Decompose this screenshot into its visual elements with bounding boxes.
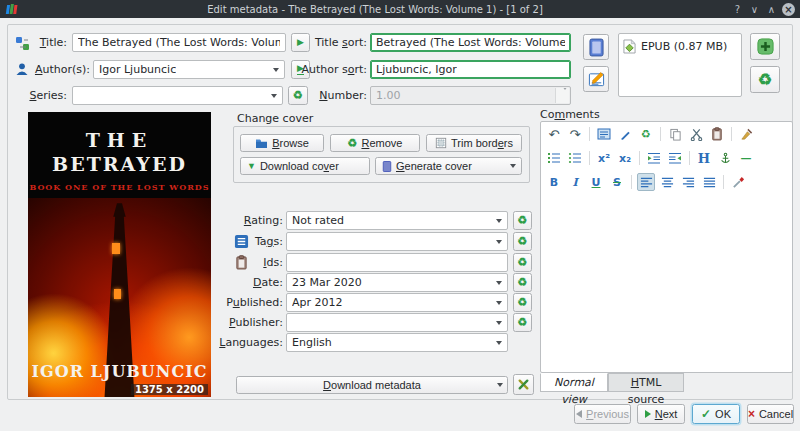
remove-format-button[interactable]: ♻ bbox=[750, 66, 780, 93]
unshade-button[interactable]: ∧ bbox=[765, 4, 778, 15]
comments-toolbar-row2: x² x₂ H — bbox=[545, 149, 755, 167]
browse-label: Browse bbox=[272, 137, 309, 149]
browse-cover-button[interactable]: Browse bbox=[240, 134, 324, 152]
underline-icon[interactable]: U bbox=[587, 173, 605, 191]
strikethrough-icon[interactable]: S bbox=[608, 173, 626, 191]
clean-broom-icon[interactable] bbox=[737, 125, 755, 143]
undo-icon[interactable]: ↶ bbox=[545, 125, 563, 143]
tab-html-source[interactable]: HTML source bbox=[608, 373, 684, 392]
clear-tags-button[interactable]: ♻ bbox=[513, 232, 532, 251]
x-icon: × bbox=[748, 407, 755, 421]
published-combo[interactable]: Apr 2012 bbox=[286, 293, 508, 312]
date-value: 23 Mar 2020 bbox=[292, 274, 362, 291]
subscript-icon[interactable]: x₂ bbox=[616, 149, 634, 167]
next-button[interactable]: Next bbox=[637, 404, 685, 424]
rating-value: Not rated bbox=[292, 212, 344, 229]
ordered-list-icon[interactable] bbox=[545, 149, 563, 167]
rating-combo[interactable]: Not rated bbox=[286, 211, 508, 230]
clear-series-button[interactable]: ♻ bbox=[288, 86, 308, 105]
configure-metadata-download-button[interactable] bbox=[513, 374, 534, 395]
redo-icon[interactable]: ↷ bbox=[566, 125, 584, 143]
insert-separator-icon[interactable]: — bbox=[737, 149, 755, 167]
cover-author: IGOR LJUBUNCIC bbox=[28, 362, 211, 381]
series-number-spinbox[interactable]: 1.00 bbox=[370, 86, 571, 105]
clear-rating-button[interactable]: ♻ bbox=[513, 211, 532, 230]
publisher-combo[interactable] bbox=[286, 313, 508, 332]
previous-button[interactable]: Previous bbox=[574, 404, 631, 424]
heading-icon[interactable]: H bbox=[695, 149, 713, 167]
title-input[interactable]: The Betrayed (The Lost Words: Volume 1) bbox=[72, 33, 286, 52]
spin-down-icon[interactable] bbox=[562, 88, 568, 103]
dropdown-arrow-icon bbox=[271, 94, 277, 98]
text-color-brush-icon[interactable] bbox=[729, 173, 747, 191]
date-label: Date: bbox=[180, 273, 283, 292]
align-right-icon[interactable] bbox=[679, 173, 697, 191]
author-sort-input[interactable]: Ljubuncic, Igor bbox=[370, 60, 571, 79]
clear-published-button[interactable]: ♻ bbox=[513, 293, 532, 312]
toolbar-separator bbox=[660, 127, 661, 141]
remove-cover-button[interactable]: ♻ Remove bbox=[330, 134, 420, 152]
cut-icon[interactable] bbox=[687, 125, 705, 143]
bold-icon[interactable]: B bbox=[545, 173, 563, 191]
languages-label: Languages: bbox=[180, 333, 283, 352]
recycle-icon: ♻ bbox=[293, 90, 303, 101]
download-metadata-button[interactable]: Download metadata bbox=[236, 376, 508, 394]
indent-icon[interactable] bbox=[645, 149, 663, 167]
align-left-icon[interactable] bbox=[637, 173, 655, 191]
book-cover-icon bbox=[589, 38, 604, 57]
recycle-icon: ♻ bbox=[518, 277, 528, 288]
download-cover-button[interactable]: ▼ Download cover bbox=[240, 157, 370, 175]
chevron-left-icon bbox=[576, 410, 582, 418]
formats-list[interactable]: EPUB (0.87 MB) bbox=[618, 33, 742, 97]
format-item-epub[interactable]: EPUB (0.87 MB) bbox=[623, 37, 737, 55]
languages-combo[interactable]: English bbox=[286, 333, 508, 352]
dropdown-arrow-icon bbox=[496, 219, 502, 223]
author-sort-label: Author sort: bbox=[300, 60, 367, 79]
cover-from-format-button[interactable] bbox=[583, 34, 609, 60]
trim-borders-label: Trim borders bbox=[451, 137, 513, 149]
bullet-list-icon[interactable] bbox=[566, 149, 584, 167]
outdent-icon[interactable] bbox=[666, 149, 684, 167]
dropdown-arrow-icon bbox=[497, 383, 503, 387]
authors-combo[interactable]: Igor Ljubuncic bbox=[93, 60, 285, 79]
add-format-button[interactable] bbox=[750, 33, 780, 60]
series-combo[interactable] bbox=[72, 86, 283, 105]
clear-formatting-icon[interactable]: ♻ bbox=[637, 125, 655, 143]
date-combo[interactable]: 23 Mar 2020 bbox=[286, 273, 508, 292]
metadata-from-format-button[interactable] bbox=[583, 66, 609, 92]
smarten-punctuation-icon[interactable] bbox=[616, 125, 634, 143]
shade-button[interactable]: ∨ bbox=[748, 4, 761, 15]
help-button[interactable]: ? bbox=[731, 4, 744, 15]
ok-button[interactable]: ✓ OK bbox=[692, 404, 740, 424]
superscript-icon[interactable]: x² bbox=[595, 149, 613, 167]
tab-normal-view-label: Normal view bbox=[554, 376, 594, 406]
check-icon: ✓ bbox=[701, 407, 711, 421]
clear-date-button[interactable]: ♻ bbox=[513, 273, 532, 292]
paste-icon[interactable] bbox=[708, 125, 726, 143]
cancel-button[interactable]: × Cancel bbox=[747, 404, 794, 424]
generate-cover-button[interactable]: Generate cover bbox=[375, 157, 522, 175]
rating-label: Rating: bbox=[180, 211, 283, 230]
dropdown-arrow-icon bbox=[496, 301, 502, 305]
clear-ids-button[interactable]: ♻ bbox=[513, 253, 532, 272]
authors-value: Igor Ljubuncic bbox=[99, 61, 176, 78]
align-center-icon[interactable] bbox=[658, 173, 676, 191]
title-sort-input[interactable]: Betrayed (The Lost Words: Volume 1), The bbox=[370, 33, 571, 52]
spinner-arrows[interactable] bbox=[555, 88, 569, 103]
tab-normal-view[interactable]: Normal view bbox=[540, 373, 608, 392]
clear-publisher-button[interactable]: ♻ bbox=[513, 313, 532, 332]
select-all-icon[interactable] bbox=[595, 125, 613, 143]
ids-input[interactable] bbox=[286, 253, 508, 272]
italic-icon[interactable]: I bbox=[566, 173, 584, 191]
published-label: Published: bbox=[180, 293, 283, 312]
tags-combo[interactable] bbox=[286, 232, 508, 251]
cover-title-line2: BETRAYED bbox=[28, 153, 211, 175]
align-justify-icon[interactable] bbox=[700, 173, 718, 191]
trim-borders-button[interactable]: Trim borders bbox=[426, 134, 522, 152]
close-button[interactable]: × bbox=[782, 3, 795, 16]
insert-link-icon[interactable] bbox=[716, 149, 734, 167]
plus-icon bbox=[756, 37, 775, 56]
copy-icon[interactable] bbox=[666, 125, 684, 143]
tags-label: Tags: bbox=[180, 232, 283, 251]
comments-toolbar-row1: ↶ ↷ ♻ bbox=[545, 125, 755, 143]
